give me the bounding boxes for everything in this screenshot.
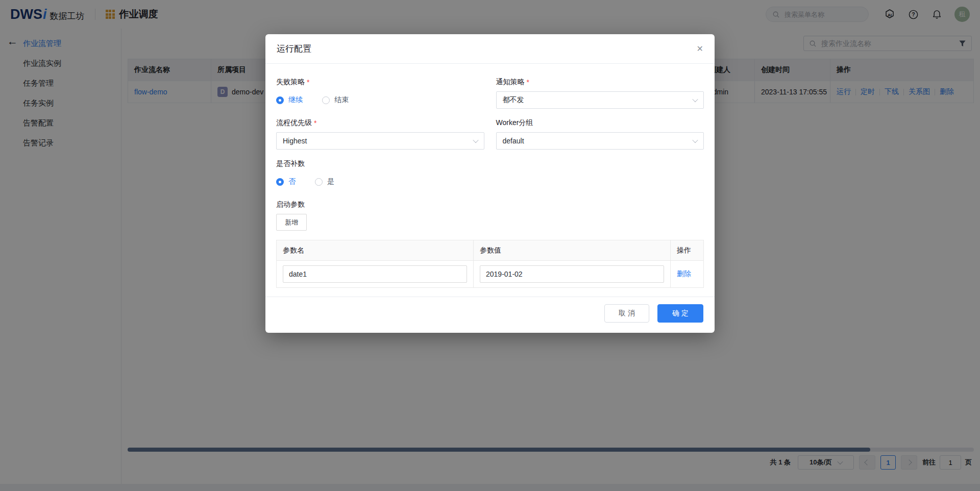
required-asterisk: * [307,78,309,86]
backfill-field: 是否补数 否 是 [276,159,704,190]
chevron-down-icon [692,96,698,102]
close-icon[interactable]: ✕ [697,44,703,54]
notify-strategy-label: 通知策略 [496,78,525,87]
backfill-label: 是否补数 [276,159,305,168]
worker-group-field: Worker分组 default [496,118,704,150]
worker-group-select[interactable]: default [496,132,704,150]
param-value-header: 参数值 [474,240,671,260]
param-ops-header: 操作 [671,240,703,260]
radio-label: 否 [288,177,296,186]
startup-params-field: 启动参数 新增 [276,200,704,231]
radio-backfill-no[interactable]: 否 [276,177,296,186]
radio-checked-icon [276,178,284,186]
failure-strategy-field: 失败策略 * 继续 结束 [276,77,484,109]
priority-label: 流程优先级 [276,118,312,128]
param-value-input[interactable] [480,265,664,283]
radio-end[interactable]: 结束 [322,95,349,105]
select-value: 都不发 [503,95,524,105]
add-param-button[interactable]: 新增 [276,214,307,231]
notify-strategy-select[interactable]: 都不发 [496,91,704,109]
confirm-button[interactable]: 确 定 [657,304,703,323]
param-name-input[interactable] [283,265,467,283]
worker-group-label: Worker分组 [496,118,533,128]
select-value: Highest [283,137,307,145]
chevron-down-icon [473,137,478,143]
failure-strategy-label: 失败策略 [276,78,305,87]
modal-title: 运行配置 [277,43,311,55]
priority-select[interactable]: Highest [276,132,484,150]
radio-label: 继续 [288,95,303,105]
run-config-modal: 运行配置 ✕ 失败策略 * 继续 结束 [265,34,715,333]
radio-backfill-yes[interactable]: 是 [315,177,334,186]
chevron-down-icon [692,137,698,143]
param-delete-link[interactable]: 删除 [677,269,691,279]
radio-label: 是 [327,177,334,186]
cancel-button[interactable]: 取 消 [604,304,649,323]
radio-checked-icon [276,96,284,104]
required-asterisk: * [527,78,529,86]
startup-params-label: 启动参数 [276,200,305,209]
notify-strategy-field: 通知策略 * 都不发 [496,77,704,109]
radio-unchecked-icon [315,178,323,186]
radio-label: 结束 [334,95,349,105]
required-asterisk: * [314,119,316,127]
priority-field: 流程优先级 * Highest [276,118,484,150]
param-table: 参数名 参数值 操作 删除 [276,240,704,288]
select-value: default [503,137,524,145]
radio-unchecked-icon [322,96,330,104]
radio-continue[interactable]: 继续 [276,95,303,105]
param-row: 删除 [277,261,703,287]
param-name-header: 参数名 [277,240,474,260]
